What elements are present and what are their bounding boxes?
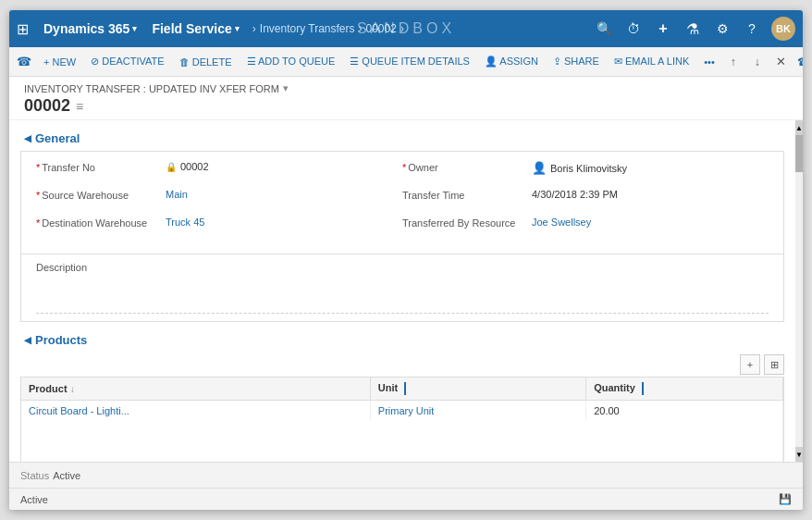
new-label: + NEW [43,56,76,68]
add-to-queue-label: ☰ ADD TO QUEUE [247,56,336,68]
product-name-link[interactable]: Circuit Board - Lighti... [29,405,129,416]
avatar[interactable]: BK [771,17,795,41]
add-product-button[interactable]: + [740,354,760,375]
search-icon[interactable]: 🔍 [594,21,614,36]
app-chevron-icon: ▾ [132,24,137,33]
scroll-up-button[interactable]: ▲ [795,120,803,135]
new-button[interactable]: + NEW [37,54,82,70]
status-label: Status [20,470,49,481]
grid-view-button[interactable]: ⊞ [764,354,784,375]
col-unit[interactable]: Unit [370,378,585,401]
breadcrumb-sep1: › [252,22,256,35]
general-right-col: Owner 👤 Boris Klimovitsky Transfer Time … [402,161,769,244]
products-section: ◀ Products + ⊞ [9,329,795,462]
field-service-module[interactable]: Field Service ▾ [146,21,244,36]
owner-label: Owner [402,161,532,173]
products-label: Products [35,333,87,347]
col-product[interactable]: Product ↓ [21,378,370,401]
owner-person-icon: 👤 [532,161,547,175]
queue-item-details-button[interactable]: ☰ QUEUE ITEM DETAILS [343,53,476,70]
app-label: Dynamics 365 [43,21,129,36]
transfer-time-value: 4/30/2018 2:39 PM [532,189,618,200]
general-section-title: ◀ General [9,128,795,151]
close-form-button[interactable]: ✕ [771,52,792,72]
settings-icon[interactable]: ⚙ [712,21,732,36]
transferred-by-value[interactable]: Joe Swellsey [532,217,591,228]
description-section: Description [20,254,784,322]
phone-small-icon: ☎ [797,56,803,68]
products-table: Product ↓ Unit Quantity [20,377,784,462]
table-empty-row [21,421,783,462]
general-label: General [35,131,80,145]
source-warehouse-row: Source Warehouse Main [36,189,402,209]
module-chevron-icon: ▾ [235,24,240,33]
command-bar: ☎ + NEW ⊘ DEACTIVATE 🗑 DELETE ☰ ADD TO Q… [9,47,803,77]
delete-label: 🗑 DELETE [179,56,232,68]
status-item: Status Active [20,470,80,481]
assign-button[interactable]: 👤 ASSIGN [478,53,545,70]
topbar-left: ⊞ Dynamics 365 ▾ Field Service ▾ › Inven… [17,20,404,38]
form-id-menu-icon[interactable]: ≡ [76,99,83,114]
transfer-no-row: Transfer No 🔒 00002 [36,161,402,181]
col-quantity[interactable]: Quantity [586,378,783,401]
recents-icon[interactable]: ⏱ [623,21,644,36]
sandbox-label: SANDBOX [357,20,455,37]
share-button[interactable]: ⇪ SHARE [547,53,606,70]
add-to-queue-button[interactable]: ☰ ADD TO QUEUE [240,53,342,70]
form-header: INVENTORY TRANSFER : UPDATED INV XFER FO… [9,77,803,120]
products-table-header: Product ↓ Unit Quantity [21,378,783,401]
waffle-icon[interactable]: ⊞ [17,20,29,38]
source-warehouse-label: Source Warehouse [36,189,166,201]
deactivate-button[interactable]: ⊘ DEACTIVATE [84,53,171,70]
transfer-time-row: Transfer Time 4/30/2018 2:39 PM [402,189,769,209]
dynamics365-app[interactable]: Dynamics 365 ▾ [38,21,142,36]
cmd-nav-right: ↑ ↓ ✕ ☎ [723,52,803,72]
breadcrumb-inventory-transfers[interactable]: Inventory Transfers [260,22,355,35]
transfer-no-value: 🔒 00002 [166,161,209,172]
share-label: ⇪ SHARE [553,56,599,68]
products-collapse-icon[interactable]: ◀ [24,335,31,345]
general-collapse-icon[interactable]: ◀ [24,133,31,143]
new-record-icon[interactable]: + [653,20,673,37]
owner-value: 👤 Boris Klimovitsky [532,161,627,175]
more-icon: ••• [704,56,715,68]
transferred-by-row: Transferred By Resource Joe Swellsey [402,217,769,237]
bottom-bar: Active 💾 [9,488,803,510]
scroll-down-button[interactable]: ▼ [795,447,803,462]
more-button[interactable]: ••• [697,54,721,70]
topbar: ⊞ Dynamics 365 ▾ Field Service ▾ › Inven… [9,10,803,47]
description-label: Description [36,262,769,273]
general-field-grid: Transfer No 🔒 00002 Source Warehouse Mai… [36,161,769,244]
form-id-row: 00002 ≡ [24,96,788,116]
destination-warehouse-value[interactable]: Truck 45 [166,217,204,228]
status-bar: Status Active [9,462,803,488]
form-title-row: INVENTORY TRANSFER : UPDATED INV XFER FO… [24,82,788,94]
transferred-by-label: Transferred By Resource [402,217,532,229]
scroll-thumb[interactable] [795,135,803,172]
col-divider [404,382,406,395]
prev-record-button[interactable]: ↑ [723,52,744,72]
status-value: Active [53,470,80,481]
description-field[interactable] [36,277,769,314]
product-name-cell: Circuit Board - Lighti... [21,401,370,422]
next-record-button[interactable]: ↓ [747,52,768,72]
help-icon[interactable]: ? [742,21,762,36]
form-body: ◀ General Transfer No 🔒 00002 [9,120,795,462]
email-link-button[interactable]: ✉ EMAIL A LINK [608,53,695,70]
filter-icon[interactable]: ⚗ [683,20,703,38]
products-section-title: ◀ Products [9,329,795,353]
table-row: Circuit Board - Lighti... Primary Unit 2… [21,401,783,422]
product-unit-cell: Primary Unit [370,401,585,422]
product-sort-icon[interactable]: ↓ [70,384,75,394]
scrollbar[interactable]: ▲ ▼ [795,120,803,462]
source-warehouse-value[interactable]: Main [166,189,188,200]
col-divider2 [642,382,644,395]
general-left-col: Transfer No 🔒 00002 Source Warehouse Mai… [36,161,402,244]
form-title-chevron[interactable]: ▾ [283,82,289,94]
delete-button[interactable]: 🗑 DELETE [173,54,239,70]
product-unit-link[interactable]: Primary Unit [378,405,435,416]
grid-view-icon: ⊞ [770,359,779,371]
owner-name[interactable]: Boris Klimovitsky [550,163,627,174]
save-icon[interactable]: 💾 [779,493,792,505]
destination-warehouse-row: Destination Warehouse Truck 45 [36,217,402,237]
